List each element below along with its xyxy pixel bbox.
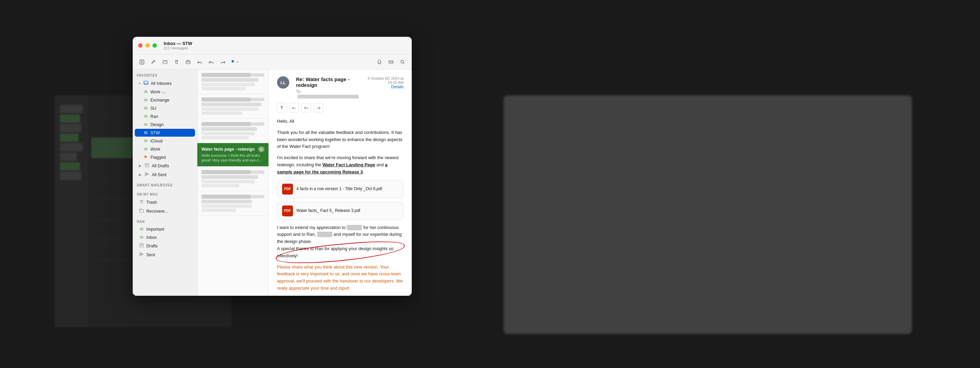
sidebar-item-ran[interactable]: ✉ Ran (135, 112, 195, 120)
sidebar-item-recovered[interactable]: Recovere... (135, 207, 195, 215)
ran-section-label: Ran (133, 216, 197, 225)
trash-button[interactable] (172, 57, 182, 67)
sidebar-item-exchange[interactable]: ✉ Exchange (135, 96, 195, 104)
sidebar-item-design[interactable]: ✉ Design (135, 121, 195, 128)
email-sender (202, 170, 251, 174)
traffic-lights (138, 43, 157, 48)
email-subject (202, 200, 252, 203)
sidebar-item-drafts-ran[interactable]: Drafts (135, 242, 195, 250)
reply-action-button[interactable] (289, 103, 299, 112)
email-date (251, 73, 264, 77)
fullscreen-button[interactable] (153, 43, 157, 48)
reply-all-button[interactable] (206, 57, 216, 67)
email-preview (202, 132, 264, 139)
sidebar-item-flagged[interactable]: ⚑ Flagged (135, 153, 195, 161)
flag-button[interactable] (229, 57, 240, 67)
email-detail: LL Re: Water facts page - redesign To: 9… (269, 69, 412, 296)
sidebar-item-inbox-ran[interactable]: ✉ Inbox (135, 234, 195, 241)
sidebar-item-label: STW (150, 131, 160, 135)
junk-button[interactable] (183, 57, 193, 67)
sidebar-item-work[interactable]: ✉ Work -... (135, 88, 195, 96)
sidebar-item-stw[interactable]: ✉ STW (135, 129, 195, 137)
sidebar-item-label: Drafts (146, 244, 158, 248)
details-link[interactable]: Details (359, 85, 404, 89)
flag-icon: ⚑ (143, 155, 148, 160)
email-header (202, 195, 264, 198)
envelope-icon: ✉ (143, 98, 148, 102)
avatar: LL (277, 76, 289, 89)
folder-icon (139, 208, 144, 214)
email-date (251, 195, 264, 198)
email-preview: Hello everyone, I think this all looks g… (202, 153, 264, 163)
move-button[interactable] (386, 57, 396, 67)
envelope-icon: ✉ (139, 235, 144, 240)
email-item[interactable] (197, 118, 269, 143)
sidebar-item-all-drafts[interactable]: ▶ All Drafts (135, 162, 195, 170)
email-item-active[interactable]: Water facts page - redesign 6 Hello ever… (197, 143, 269, 166)
favorites-label: Favorites (133, 69, 197, 79)
background-window-right (504, 95, 912, 334)
envelope-icon: ✉ (143, 130, 148, 135)
compose-button[interactable] (148, 57, 159, 67)
email-detail-header: LL Re: Water facts page - redesign To: 9… (277, 76, 404, 99)
notification-button[interactable] (374, 57, 385, 67)
email-to: To: (296, 89, 359, 99)
archive-button[interactable] (160, 57, 170, 67)
sidebar-item-label: All Sent (152, 173, 166, 177)
sidebar-item-label: Work (150, 147, 160, 152)
sender-info: Re: Water facts page - redesign To: (296, 76, 359, 99)
svg-point-4 (401, 60, 404, 63)
email-sender (202, 195, 251, 198)
water-fact-link: Water Fact Landing Page (323, 162, 375, 167)
sidebar-item-label: Exchange (150, 98, 169, 102)
sidebar-item-all-sent[interactable]: ▶ All Sent (135, 170, 195, 179)
sidebar-item-trash[interactable]: Trash (135, 198, 195, 206)
email-item[interactable] (197, 69, 269, 94)
chevron-icon: ▶ (139, 173, 142, 176)
minimize-button[interactable] (145, 43, 150, 48)
email-preview (202, 107, 264, 115)
sidebar-item-label: Work -... (150, 90, 166, 94)
sidebar-item-all-inboxes[interactable]: ▾ All Inboxes (135, 79, 195, 88)
attachment-2[interactable]: PDF Water facts_ Fact 5_ Release 3.pdf (277, 202, 404, 220)
sidebar-item-label: Trash (146, 200, 157, 205)
para4: Please share what you think about this n… (277, 264, 404, 292)
email-header (202, 122, 264, 126)
delete-action-button[interactable] (277, 103, 286, 112)
email-list: Water facts page - redesign 6 Hello ever… (197, 69, 269, 296)
email-item[interactable] (197, 191, 269, 216)
new-message-button[interactable] (137, 57, 147, 67)
email-subject: Re: Water facts page - redesign (296, 76, 359, 88)
sidebar-item-work2[interactable]: ✉ Work (135, 145, 195, 153)
sidebar-item-sent-ran[interactable]: Sent (135, 250, 195, 259)
sidebar-item-icloud[interactable]: ✉ iCloud (135, 137, 195, 145)
email-item[interactable] (197, 94, 269, 118)
email-timestamp: 9 October AD 2024 at 10:35 AM (359, 76, 404, 85)
email-timestamp-area: 9 October AD 2024 at 10:35 AM Details (359, 76, 404, 89)
para2: I'm excited to share that we're moving f… (277, 154, 404, 176)
close-button[interactable] (138, 43, 143, 48)
email-count-badge: 6 (258, 147, 264, 152)
sidebar-item-label: All Drafts (152, 163, 169, 168)
email-item[interactable] (197, 166, 269, 191)
greeting: Hello, All (277, 118, 404, 125)
reply-all-action-button[interactable] (301, 103, 311, 112)
draft-icon (144, 163, 150, 169)
para1: Thank you for all the valuable feedback … (277, 129, 404, 150)
circled-thanks: A special thanks to Ran for applying you… (277, 245, 404, 260)
trash-icon (139, 199, 144, 205)
email-subject (202, 175, 258, 179)
sent-icon (144, 172, 150, 178)
sidebar-item-label: Design (150, 122, 164, 127)
sidebar-item-su[interactable]: ✉ SU (135, 104, 195, 112)
envelope-icon: ✉ (143, 106, 148, 111)
chevron-icon: ▶ (139, 164, 142, 168)
search-button[interactable] (398, 57, 408, 67)
envelope-icon: ✉ (143, 89, 148, 94)
sidebar-item-label: Recovere... (146, 209, 168, 214)
reply-button[interactable] (195, 57, 205, 67)
forward-action-button[interactable] (314, 103, 323, 112)
sidebar-item-important[interactable]: ✉ Important (135, 225, 195, 233)
attachment-1[interactable]: PDF 4 facts in a row version 1 - Title O… (277, 180, 404, 198)
forward-button[interactable] (218, 57, 228, 67)
